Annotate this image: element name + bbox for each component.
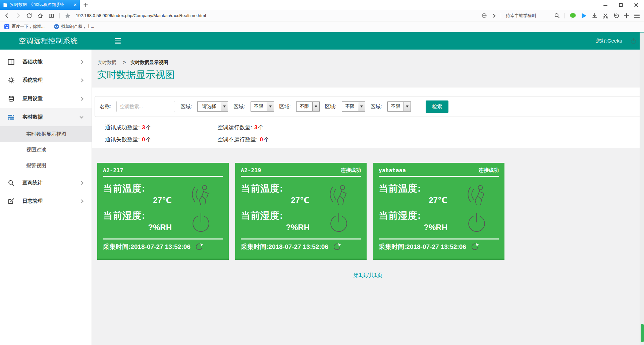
- region-select-3[interactable]: 不限: [296, 101, 320, 112]
- refresh-icon[interactable]: [471, 243, 479, 251]
- select-dropdown-button[interactable]: [358, 102, 365, 111]
- bookmark-star-icon[interactable]: [65, 13, 71, 19]
- bookmark-item-ip[interactable]: 找知识产权，上...: [54, 24, 94, 29]
- ac-search-input[interactable]: [116, 101, 175, 112]
- sidebar-item-query-statistics[interactable]: 查询统计: [0, 174, 92, 192]
- sidebar-subitem-realtime-view[interactable]: 实时数据显示视图: [0, 126, 92, 142]
- scissors-icon[interactable]: [602, 13, 608, 19]
- window-close-button[interactable]: [629, 0, 644, 10]
- sidebar-item-log-management[interactable]: 日志管理: [0, 192, 92, 210]
- ie-compat-icon[interactable]: [481, 12, 487, 19]
- card-icons: [317, 177, 361, 238]
- sidebar-subitem-view-filter[interactable]: 视图过滤: [0, 142, 92, 158]
- select-dropdown-button[interactable]: [221, 102, 228, 111]
- page-scrollbar[interactable]: [640, 32, 644, 345]
- stat-comm-success: 通讯成功数量: 3个: [105, 121, 217, 133]
- stat-value: 0: [141, 136, 146, 142]
- select-dropdown-button[interactable]: [267, 102, 274, 111]
- power-icon[interactable]: [466, 212, 488, 234]
- tab-close-icon[interactable]: [74, 3, 77, 6]
- search-button[interactable]: 检索: [426, 100, 448, 113]
- sidebar-item-label: 实时数据: [22, 114, 43, 120]
- window-controls: [598, 0, 644, 10]
- caret-down-icon: [406, 106, 409, 108]
- humidity-label: 当前湿度:: [379, 209, 454, 222]
- stat-label: 空调不运行数量:: [217, 136, 258, 142]
- chevron-right-icon: [79, 97, 83, 100]
- breadcrumb-parent[interactable]: 实时数据: [98, 60, 116, 65]
- gear-icon: [7, 77, 15, 84]
- region-select-5[interactable]: 不限: [387, 101, 411, 112]
- motion-sensor-icon: [465, 184, 488, 206]
- url-field[interactable]: 192.168.0.58:9096/index.php/Company/Main…: [76, 13, 206, 18]
- bookmark-item-baidu[interactable]: 百度一下，你就...: [4, 24, 45, 29]
- ac-card-a2-217: A2-217 当前温度: 27℃ 当前湿度: ?%RH: [97, 163, 229, 260]
- chevron-right-icon[interactable]: [492, 14, 496, 18]
- sidebar-item-app-settings[interactable]: 应用设置: [0, 89, 92, 108]
- select-value: 不限: [297, 102, 312, 111]
- temperature-label: 当前温度:: [241, 182, 317, 195]
- ac-name: A2-217: [103, 167, 123, 174]
- menu-icon[interactable]: [634, 13, 640, 18]
- download-icon[interactable]: [592, 13, 598, 19]
- card-footer: 采集时间:2018-07-27 13:52:06: [379, 238, 499, 251]
- refresh-icon[interactable]: [26, 13, 32, 19]
- browser-tab[interactable]: 实时数据 - 空调远程控制系统: [0, 0, 80, 10]
- caret-down-icon: [360, 106, 363, 108]
- window-maximize-button[interactable]: [613, 0, 629, 10]
- realtime-data-submenu: 实时数据显示视图 视图过滤 报警视图: [0, 126, 92, 174]
- browser-tab-strip: 实时数据 - 空调远程控制系统: [0, 0, 644, 10]
- sidebar-subitem-alarm-view[interactable]: 报警视图: [0, 158, 92, 174]
- search-box[interactable]: 待宰牛蛙学猫叫: [506, 13, 549, 19]
- sidebar-item-system-management[interactable]: 系统管理: [0, 71, 92, 89]
- region-label: 区域:: [371, 104, 382, 110]
- temperature-label: 当前温度:: [379, 182, 454, 195]
- add-icon[interactable]: [624, 13, 629, 18]
- caret-down-icon: [315, 106, 317, 108]
- card-metrics: 当前温度: 27℃ 当前湿度: ?%RH: [241, 177, 317, 238]
- power-icon[interactable]: [190, 212, 212, 234]
- stat-value: 3: [254, 124, 258, 130]
- card-header: yahataaa 连接成功: [379, 163, 499, 177]
- stat-label: 通讯成功数量:: [105, 124, 140, 130]
- tasks-icon: [7, 114, 15, 120]
- undo-icon[interactable]: [613, 13, 619, 19]
- play-icon[interactable]: [581, 13, 587, 19]
- total-page-number: 1: [374, 272, 377, 278]
- baidu-paw-icon: [4, 24, 9, 29]
- browser-toolbar: 192.168.0.58:9096/index.php/Company/Main…: [0, 10, 644, 21]
- main-content: 实时数据 > 实时数据显示视图 实时数据显示视图 名称: 区域: 请选择 区域:: [92, 50, 644, 345]
- region-select-2[interactable]: 不限: [251, 101, 274, 112]
- search-icon: [7, 180, 15, 186]
- region-select-4[interactable]: 不限: [342, 101, 365, 112]
- select-dropdown-button[interactable]: [312, 102, 319, 111]
- motion-sensor-icon: [327, 184, 351, 206]
- window-minimize-button[interactable]: [598, 0, 613, 10]
- new-tab-button[interactable]: [80, 0, 91, 10]
- search-icon[interactable]: [554, 13, 560, 18]
- sidebar-toggle-icon[interactable]: [115, 38, 121, 44]
- bookmark-favicon-icon: [54, 24, 59, 29]
- card-footer: 采集时间:2018-07-27 13:52:06: [241, 238, 361, 251]
- power-icon[interactable]: [328, 212, 350, 234]
- forward-icon[interactable]: [15, 13, 21, 19]
- sidebar-item-basic-functions[interactable]: 基础功能: [0, 53, 92, 71]
- back-icon[interactable]: [4, 13, 10, 19]
- select-dropdown-button[interactable]: [404, 102, 411, 111]
- refresh-icon[interactable]: [195, 243, 203, 251]
- card-icons: [179, 177, 223, 238]
- refresh-icon[interactable]: [333, 243, 341, 251]
- humidity-value: ?%RH: [241, 223, 310, 232]
- app-body: 基础功能 系统管理: [0, 50, 644, 345]
- home-icon[interactable]: [37, 13, 43, 19]
- filter-panel: 名称: 区域: 请选择 区域: 不限 区域: 不限: [92, 87, 644, 148]
- region-select-1[interactable]: 请选择: [197, 101, 228, 112]
- logout-power-icon[interactable]: [630, 38, 637, 44]
- region-label: 区域:: [233, 104, 245, 110]
- sidebar-item-realtime-data[interactable]: 实时数据: [0, 108, 92, 126]
- scrollbar-thumb[interactable]: [641, 324, 644, 342]
- columns-icon: [7, 59, 15, 65]
- reading-mode-icon[interactable]: [48, 13, 54, 19]
- wechat-icon[interactable]: [570, 13, 576, 19]
- database-icon: [7, 95, 15, 102]
